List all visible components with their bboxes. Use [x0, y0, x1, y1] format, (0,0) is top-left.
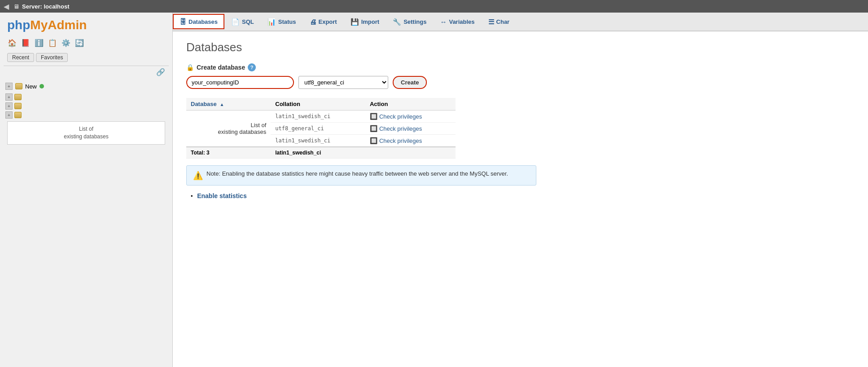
content-area: 🗄 Databases 📄 SQL 📊 Status 🖨 Export 💾 Im… [173, 13, 868, 367]
status-tab-label: Status [278, 18, 296, 25]
check-priv-label-1: Check privileges [379, 113, 422, 120]
tab-variables[interactable]: ↔ Variables [433, 14, 481, 29]
action-cell-3: 🔲 Check privileges [365, 135, 456, 147]
bullet-icon: • [191, 193, 193, 199]
priv-icon-2: 🔲 [370, 125, 377, 132]
tab-char[interactable]: ☰ Char [482, 14, 517, 30]
tab-export[interactable]: 🖨 Export [303, 14, 344, 29]
action-cell-2: 🔲 Check privileges [365, 123, 456, 135]
create-db-label-text: Create database [197, 64, 245, 71]
tree-item-3: + [4, 111, 169, 119]
collation-cell-2: utf8_general_ci [271, 123, 365, 135]
char-tab-icon: ☰ [488, 18, 494, 26]
check-privileges-link-1[interactable]: 🔲 Check privileges [370, 113, 422, 120]
variables-tab-icon: ↔ [440, 18, 447, 26]
sidebar: phpMyAdmin 🏠 📕 ℹ️ 📋 ⚙️ 🔄 Recent Favorite… [0, 13, 173, 367]
logo: phpMyAdmin [7, 18, 165, 32]
tree-db-icon-2 [14, 103, 22, 109]
note-box: ⚠️ Note: Enabling the database statistic… [186, 165, 536, 186]
import-tab-icon: 💾 [351, 18, 359, 26]
help-icon[interactable]: ? [248, 63, 256, 71]
tree-item-1: + [4, 93, 169, 102]
sidebar-tree: + New + + + List ofex [0, 78, 172, 367]
home-icon[interactable]: 🏠 [7, 38, 17, 48]
db-table: Database ▲ Collation Action List ofexist… [186, 98, 456, 159]
tree-db-icon-1 [14, 94, 22, 100]
main-layout: phpMyAdmin 🏠 📕 ℹ️ 📋 ⚙️ 🔄 Recent Favorite… [0, 13, 868, 367]
sql-tab-icon: 📄 [231, 18, 240, 26]
note-text: Note: Enabling the database statistics h… [206, 170, 508, 177]
table-header-row: Database ▲ Collation Action [186, 98, 456, 111]
logo-myadmin: MyAdmin [30, 18, 87, 32]
total-collation: latin1_swedish_ci [271, 147, 365, 159]
check-priv-label-2: Check privileges [379, 125, 422, 132]
collation-cell-1: latin1_swedish_ci [271, 111, 365, 123]
tab-sql[interactable]: 📄 SQL [224, 14, 261, 30]
tab-status[interactable]: 📊 Status [261, 14, 303, 30]
chain-icon: 🔗 [0, 66, 172, 78]
check-privileges-link-3[interactable]: 🔲 Check privileges [370, 137, 422, 144]
settings-tab-label: Settings [403, 18, 426, 25]
sql-tab-label: SQL [242, 18, 254, 25]
col-action-label: Action [370, 101, 388, 107]
server-icon: 🖥 [13, 3, 19, 10]
tree-new-label: New [25, 83, 37, 90]
tree-db-icon-3 [14, 112, 22, 118]
create-db-section: 🔒 Create database ? utf8_general_ci lati… [186, 63, 855, 89]
tree-toggle-1[interactable]: + [5, 93, 13, 101]
favorites-button[interactable]: Favorites [36, 53, 68, 62]
check-privileges-link-2[interactable]: 🔲 Check privileges [370, 125, 422, 132]
create-db-label: 🔒 Create database ? [186, 63, 855, 71]
sort-arrow-icon: ▲ [219, 102, 224, 107]
tree-toggle-3[interactable]: + [5, 111, 13, 119]
char-tab-label: Char [496, 18, 510, 25]
col-action: Action [365, 98, 456, 111]
tab-import[interactable]: 💾 Import [344, 14, 386, 30]
db-name-input[interactable] [186, 76, 294, 89]
logo-area: phpMyAdmin [0, 13, 172, 36]
page-content: Databases 🔒 Create database ? utf8_gener… [173, 31, 868, 367]
tree-items: + + + [4, 93, 169, 119]
collation-select[interactable]: utf8_general_ci latin1_swedish_ci utf8mb… [298, 76, 388, 89]
gear-icon[interactable]: ⚙️ [61, 38, 71, 48]
tree-toggle-2[interactable]: + [5, 102, 13, 110]
page-title: Databases [186, 40, 855, 54]
create-button[interactable]: Create [393, 76, 427, 89]
tree-new[interactable]: + New [4, 82, 169, 91]
variables-tab-label: Variables [449, 18, 474, 25]
refresh-icon[interactable]: 🔄 [75, 38, 84, 48]
recent-button[interactable]: Recent [7, 53, 34, 62]
status-tab-icon: 📊 [267, 18, 276, 26]
databases-tab-label: Databases [189, 18, 218, 25]
tab-databases[interactable]: 🗄 Databases [173, 14, 224, 29]
sidebar-icons: 🏠 📕 ℹ️ 📋 ⚙️ 🔄 [0, 36, 172, 51]
back-button[interactable]: ◀ [4, 2, 9, 11]
warning-icon: ⚠️ [193, 171, 203, 181]
sidebar-buttons: Recent Favorites [0, 51, 172, 66]
book-icon[interactable]: 📕 [21, 38, 31, 48]
top-bar: ◀ 🖥 Server: localhost [0, 0, 868, 13]
action-cell-1: 🔲 Check privileges [365, 111, 456, 123]
priv-icon-1: 🔲 [370, 113, 377, 120]
col-collation-label: Collation [275, 101, 300, 107]
copy-icon[interactable]: 📋 [48, 38, 57, 48]
tab-settings[interactable]: 🔧 Settings [386, 14, 433, 30]
enable-stats-link[interactable]: Enable statistics [197, 192, 247, 199]
total-row: Total: 3 latin1_swedish_ci [186, 147, 456, 159]
col-collation: Collation [271, 98, 365, 111]
col-database[interactable]: Database ▲ [186, 98, 271, 111]
collation-cell-3: latin1_swedish_ci [271, 135, 365, 147]
info-icon[interactable]: ℹ️ [34, 38, 44, 48]
check-priv-label-3: Check privileges [379, 137, 422, 144]
databases-tab-icon: 🗄 [180, 18, 186, 26]
tree-new-dot [39, 84, 44, 88]
export-tab-icon: 🖨 [310, 18, 316, 26]
tab-bar: 🗄 Databases 📄 SQL 📊 Status 🖨 Export 💾 Im… [173, 13, 868, 31]
sidebar-list-text: List ofexisting databases [64, 126, 108, 140]
export-tab-label: Export [319, 18, 337, 25]
table-row: List ofexisting databases latin1_swedish… [186, 111, 456, 123]
enable-stats: • Enable statistics [186, 192, 855, 199]
settings-tab-icon: 🔧 [393, 18, 401, 26]
create-db-form: utf8_general_ci latin1_swedish_ci utf8mb… [186, 76, 855, 89]
tree-new-toggle[interactable]: + [5, 83, 13, 90]
